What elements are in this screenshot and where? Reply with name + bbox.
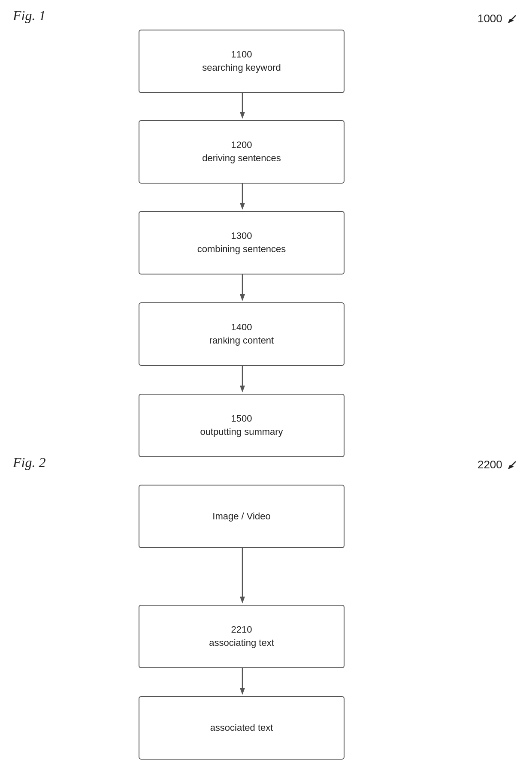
fig2-ref-arrow xyxy=(506,459,519,472)
box-1200-label: deriving sentences xyxy=(202,152,281,165)
svg-marker-5 xyxy=(240,203,245,210)
svg-marker-1 xyxy=(508,19,514,23)
box-1100-number: 1100 xyxy=(231,48,252,61)
box-1100-label: searching keyword xyxy=(202,61,281,75)
box-1500: 1500 outputting summary xyxy=(139,394,345,457)
svg-marker-9 xyxy=(240,386,245,392)
svg-marker-13 xyxy=(240,597,245,603)
box-associated-text-label: associated text xyxy=(210,721,273,735)
box-1400-label: ranking content xyxy=(209,334,274,347)
box-1500-label: outputting summary xyxy=(200,425,283,439)
box-associated-text: associated text xyxy=(139,696,345,760)
page: Fig. 1 1000 1100 searching keyword 1200 … xyxy=(0,0,532,763)
fig2-label: Fig. 2 xyxy=(13,455,45,470)
box-1200: 1200 deriving sentences xyxy=(139,120,345,184)
svg-marker-15 xyxy=(240,688,245,695)
arrow-2210-assoctext xyxy=(238,668,247,696)
fig1-label: Fig. 1 xyxy=(13,8,45,24)
arrow-1100-1200 xyxy=(238,93,247,120)
box-1500-number: 1500 xyxy=(231,412,252,425)
svg-marker-11 xyxy=(508,465,514,469)
arrow-1200-1300 xyxy=(238,184,247,211)
box-image-video-label: Image / Video xyxy=(212,510,270,523)
box-1300-number: 1300 xyxy=(231,229,252,243)
arrow-1300-1400 xyxy=(238,274,247,302)
arrow-imgvideo-2210 xyxy=(238,548,247,605)
box-1300-label: combining sentences xyxy=(197,243,286,256)
box-1200-number: 1200 xyxy=(231,139,252,152)
fig2-ref-number: 2200 xyxy=(478,458,519,472)
svg-marker-3 xyxy=(240,112,245,119)
fig1-ref-number: 1000 xyxy=(478,12,519,26)
box-2210: 2210 associating text xyxy=(139,605,345,668)
box-1300: 1300 combining sentences xyxy=(139,211,345,274)
box-1100: 1100 searching keyword xyxy=(139,30,345,93)
box-1400: 1400 ranking content xyxy=(139,302,345,366)
svg-marker-7 xyxy=(240,294,245,301)
box-2210-label: associating text xyxy=(209,636,274,650)
box-image-video: Image / Video xyxy=(139,485,345,548)
box-1400-number: 1400 xyxy=(231,321,252,334)
arrow-1400-1500 xyxy=(238,366,247,394)
box-2210-number: 2210 xyxy=(231,623,252,636)
fig1-ref-arrow xyxy=(506,13,519,26)
